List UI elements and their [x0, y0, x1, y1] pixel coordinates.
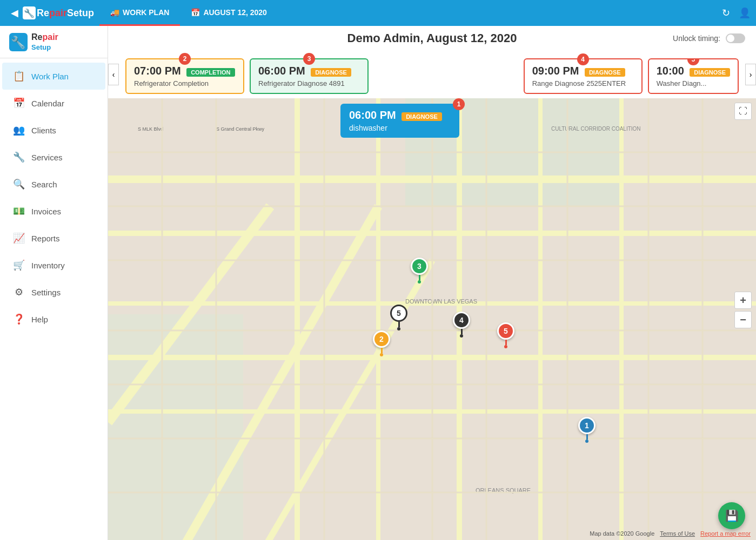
map-data-label: Map data ©2020 Google [590, 530, 654, 537]
svg-text:🔧: 🔧 [11, 35, 26, 50]
sidebar-item-clients-label: Clients [31, 126, 56, 135]
inventory-icon: 🛒 [13, 259, 25, 271]
map-pin-5-red[interactable]: 5 [497, 322, 514, 348]
sidebar-item-clients[interactable]: 👥 Clients [2, 117, 105, 144]
sidebar-item-invoices[interactable]: 💵 Invoices [2, 198, 105, 225]
map-report[interactable]: Report a map error [700, 530, 751, 537]
job-card-3-time-row: 06:00 PM DIAGNOSE [258, 65, 360, 77]
map-zoom-in-btn[interactable]: + [734, 292, 752, 309]
sidebar-item-services-label: Services [31, 153, 63, 162]
work-plan-icon: 📋 [13, 70, 25, 82]
pin-3-tail [419, 275, 420, 280]
job-card-5-time-row: 10:00 DIAGNOSE [657, 65, 730, 77]
refresh-button[interactable]: ↻ [722, 7, 730, 19]
pin-3-circle: 3 [411, 258, 428, 275]
job-card-2-time-row: 07:00 PM COMPLETION [134, 65, 236, 77]
sidebar-logo-icon: 🔧 [9, 32, 28, 52]
map-pin-1[interactable]: 1 [578, 417, 596, 443]
job-card-4-badge: DIAGNOSE [585, 68, 625, 77]
svg-text:DOWNTOWN LAS VEGAS: DOWNTOWN LAS VEGAS [405, 298, 477, 305]
pin-1-tail [586, 434, 588, 440]
pin-5r-circle: 5 [497, 322, 514, 340]
calendar-icon: 📅 [13, 97, 25, 109]
map-popup-desc: dishwasher [349, 124, 451, 132]
sidebar-item-inventory[interactable]: 🛒 Inventory [2, 252, 105, 279]
unlock-timing-label: Unlock timing: [673, 34, 720, 43]
invoices-icon: 💵 [13, 205, 25, 217]
job-card-3-number: 3 [303, 53, 315, 65]
sidebar-item-services[interactable]: 🔧 Services [2, 144, 105, 171]
search-icon: 🔍 [13, 178, 25, 190]
sidebar-item-calendar[interactable]: 📅 Calendar [2, 90, 105, 117]
map-popup-time: 06:00 PM [349, 109, 396, 121]
map-pin-2[interactable]: 2 [373, 330, 390, 356]
map-controls-spacer [734, 122, 752, 127]
map-controls: ⛶ + − [734, 103, 752, 328]
sidebar-item-settings[interactable]: ⚙ Settings [2, 279, 105, 306]
pin-5-base [397, 327, 400, 330]
sidebar-item-calendar-label: Calendar [31, 99, 64, 108]
job-card-4-time-row: 09:00 PM DIAGNOSE [532, 65, 634, 77]
unlock-timing-toggle[interactable] [726, 33, 745, 43]
job-card-4-number: 4 [577, 53, 589, 65]
top-bar-actions: ↻ 👤 [722, 7, 751, 19]
job-card-5-desc: Washer Diagn... [657, 79, 730, 87]
reports-icon: 📈 [13, 232, 25, 244]
top-bar: ◀ 🔧 Repair Setup 🚚 WORK PLAN 📅 AUGUST 12… [0, 0, 756, 26]
map-svg: DOWNTOWN LAS VEGAS ARTS DISTRICT ORLEANS… [108, 98, 756, 540]
sidebar-item-help[interactable]: ❓ Help [2, 306, 105, 333]
sidebar-item-reports-label: Reports [31, 234, 60, 243]
job-strip-arrow-right[interactable]: › [745, 64, 756, 85]
pin-2-tail [381, 348, 383, 353]
job-card-3[interactable]: 3 06:00 PM DIAGNOSE Refrigerator Diagnos… [250, 58, 369, 94]
sidebar-logo: 🔧 Repair Setup [0, 26, 108, 58]
job-card-3-badge: DIAGNOSE [311, 68, 351, 77]
app-name-pair: pair [49, 8, 67, 19]
workplan-header: Demo Admin, August 12, 2020 Unlock timin… [108, 26, 756, 51]
job-card-5[interactable]: 5 10:00 DIAGNOSE Washer Diagn... [648, 58, 739, 94]
workplan-controls: Unlock timing: [673, 33, 745, 43]
sidebar-item-settings-label: Settings [31, 288, 61, 297]
pin-5-tail [398, 322, 400, 327]
map-popup-num: 1 [453, 98, 465, 110]
pin-2-circle: 2 [373, 330, 390, 348]
pin-4-circle: 4 [453, 312, 470, 329]
map-background: DOWNTOWN LAS VEGAS ARTS DISTRICT ORLEANS… [108, 98, 756, 540]
app-name-setup: Setup [67, 8, 94, 19]
svg-text:🔧: 🔧 [24, 8, 35, 18]
sidebar-logo-text: Repair Setup [31, 32, 58, 52]
app-name-re: Re [37, 8, 49, 19]
workplan-tab-icon: 🚚 [110, 8, 119, 17]
tab-date[interactable]: 📅 AUGUST 12, 2020 [180, 0, 278, 26]
map-pin-4[interactable]: 4 [453, 312, 470, 338]
pin-5-circle: 5 [390, 305, 407, 322]
workplan-page-title: Demo Admin, August 12, 2020 [347, 31, 517, 45]
sidebar: 🔧 Repair Setup 📋 Work Plan 📅 Calendar 👥 … [0, 26, 108, 540]
pin-4-base [460, 334, 463, 338]
job-strip-arrow-left[interactable]: ‹ [108, 64, 119, 85]
sidebar-item-search[interactable]: 🔍 Search [2, 171, 105, 198]
job-card-2[interactable]: 2 07:00 PM COMPLETION Refrigerator Compl… [125, 58, 244, 94]
sidebar-item-reports[interactable]: 📈 Reports [2, 225, 105, 252]
settings-icon: ⚙ [13, 286, 25, 298]
user-button[interactable]: 👤 [739, 7, 751, 19]
save-fab[interactable]: 💾 [718, 502, 745, 529]
map-pin-5[interactable]: 5 [390, 305, 407, 330]
help-icon: ❓ [13, 313, 25, 325]
job-card-5-time: 10:00 [657, 65, 684, 77]
services-icon: 🔧 [13, 151, 25, 163]
map-pin-3[interactable]: 3 [411, 258, 428, 284]
job-card-4[interactable]: 4 09:00 PM DIAGNOSE Range Diagnose 2525E… [524, 58, 643, 94]
back-icon[interactable]: ◀ [11, 7, 18, 19]
map-terms[interactable]: Terms of Use [660, 530, 695, 537]
workplan-tab-label: WORK PLAN [123, 8, 169, 17]
sidebar-item-work-plan[interactable]: 📋 Work Plan [2, 63, 105, 90]
svg-rect-6 [108, 314, 243, 540]
map-zoom-out-btn[interactable]: − [734, 311, 752, 328]
main-layout: 🔧 Repair Setup 📋 Work Plan 📅 Calendar 👥 … [0, 26, 756, 540]
job-card-2-desc: Refrigerator Completion [134, 79, 236, 87]
map-popup-job1[interactable]: 1 06:00 PM DIAGNOSE dishwasher [340, 104, 459, 138]
map-fullscreen-btn[interactable]: ⛶ [734, 103, 752, 120]
tab-workplan[interactable]: 🚚 WORK PLAN [99, 0, 180, 26]
map-container: DOWNTOWN LAS VEGAS ARTS DISTRICT ORLEANS… [108, 98, 756, 540]
